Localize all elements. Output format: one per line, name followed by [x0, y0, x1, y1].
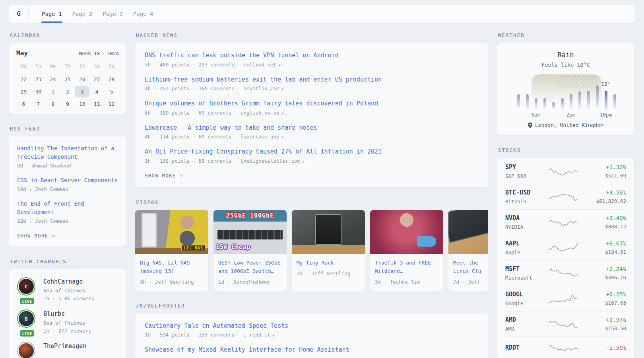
- weather-location: London, United Kingdom: [505, 122, 626, 128]
- avatar-image: B: [19, 311, 34, 326]
- stock-name: Apple: [505, 249, 545, 255]
- feed-item-title[interactable]: Unique volumes of Brothers Grimm fairy t…: [145, 99, 479, 108]
- stock-row[interactable]: NVDANVIDIA+3.49%$888.12: [505, 209, 626, 235]
- stock-info: BTC-USDBitcoin: [505, 189, 545, 204]
- feed-item-title[interactable]: Cautionary Tale on Automated Speed Tests: [145, 321, 479, 331]
- video-title[interactable]: BEST Low Power 25GbE and 100GbE Switch…: [213, 254, 287, 275]
- feed-item-title[interactable]: CSS in React Server Components: [17, 176, 118, 185]
- stock-price: $150.50: [582, 325, 626, 331]
- stock-row[interactable]: BTC-USDBitcoin+4.56%$61,820.02: [505, 184, 626, 209]
- stock-row[interactable]: AAPLApple+6.63%$184.51: [505, 235, 626, 260]
- feed-item-title[interactable]: Showcase of my Mixed Reality Interface f…: [145, 345, 479, 354]
- twitch-avatar-wrap: CLIVE: [17, 277, 37, 302]
- tab-page-2[interactable]: Page 2: [67, 5, 98, 23]
- stock-row[interactable]: SPYS&P 500+1.32%$511.69: [505, 159, 626, 184]
- video-thumbnail[interactable]: 25GbE 100GbE15W Cheap: [213, 210, 287, 254]
- feed-item-title[interactable]: DNS traffic can leak outside the VPN tun…: [145, 51, 479, 60]
- avatar[interactable]: [17, 342, 35, 358]
- stock-values: +2.24%$406.76: [582, 266, 626, 280]
- stock-info: NVDANVIDIA: [505, 214, 545, 230]
- stock-price: $888.12: [582, 224, 626, 230]
- tab-page-4[interactable]: Page 4: [128, 5, 159, 23]
- tab-page-3[interactable]: Page 3: [97, 5, 128, 23]
- video-card: Traefik 3 and FREE Wildcard…3d · Techno …: [370, 210, 443, 291]
- video-thumbnail[interactable]: [370, 210, 443, 254]
- stock-change: +3.49%: [582, 215, 626, 221]
- rss-show-more-button[interactable]: SHOW MORE: [17, 232, 55, 242]
- weather-x-label: 6am: [526, 112, 545, 118]
- feed-item: The End of Front-End Development22d · Jo…: [17, 200, 118, 224]
- stock-row[interactable]: RDDT-1.59%: [505, 337, 626, 358]
- video-title[interactable]: Meet the Linux Clu: [448, 254, 488, 275]
- feed-item-title[interactable]: Handling The Indentation of a Treeview C…: [17, 144, 118, 161]
- section-title-hacker-news: HACKER NEWS: [136, 32, 488, 38]
- separator-dot: ·: [235, 86, 244, 91]
- feed-item-title[interactable]: Lowercase – A simple way to take and sha…: [145, 123, 479, 132]
- twitch-channel-name[interactable]: CohhCarnage: [43, 278, 94, 285]
- twitch-channel-row[interactable]: BLIVEBlurbsSea of Thieves1h · 277 viewer…: [17, 309, 118, 334]
- twitch-channel-game: Sea of Thieves: [43, 320, 91, 326]
- feed-item-title[interactable]: Lithium-free sodium batteries exit the l…: [145, 75, 479, 84]
- stock-row[interactable]: MSFTMicrosoft+2.24%$406.76: [505, 260, 626, 286]
- avatar[interactable]: C: [17, 277, 35, 296]
- video-meta: 3h · Jeff Geerling: [135, 275, 208, 291]
- calendar-day: 10: [75, 98, 89, 110]
- stocks-section: STOCKS SPYS&P 500+1.32%$511.69BTC-USDBit…: [497, 147, 634, 358]
- hacker-news-widget: DNS traffic can leak outside the VPN tun…: [135, 43, 488, 187]
- separator-dot: ·: [231, 110, 241, 116]
- stock-values: +4.56%$61,820.02: [582, 189, 626, 204]
- twitch-channel-row[interactable]: CLIVECohhCarnageSea of Thieves1h · 5.8k …: [17, 277, 118, 302]
- twitch-channel-name[interactable]: Blurbs: [43, 310, 91, 317]
- twitch-channel-name[interactable]: ThePrimeagen: [43, 342, 86, 350]
- videos-section: VIDEOS LIL NASBig NAS, Lil NAS (moving 1…: [135, 199, 488, 291]
- stock-info: RDDT: [505, 344, 545, 351]
- hn-show-more-button[interactable]: SHOW MORE: [145, 172, 183, 182]
- video-meta: 7d · Jeff: [448, 275, 488, 291]
- twitch-channel-info: CohhCarnageSea of Thieves1h · 5.8k viewe…: [43, 277, 94, 302]
- stock-row[interactable]: GOOGLGoogle+0.25%$167.03: [505, 286, 626, 311]
- stock-sparkline: [545, 267, 582, 279]
- avatar[interactable]: B: [17, 309, 35, 328]
- video-thumbnail[interactable]: [292, 210, 365, 254]
- calendar-week-year: Week 18·2024: [79, 51, 119, 56]
- video-thumbnail[interactable]: LIL NAS: [135, 210, 208, 254]
- calendar-day-selected: 3: [75, 86, 89, 97]
- app-logo[interactable]: G: [9, 5, 29, 23]
- video-thumbnail[interactable]: FAS: [448, 210, 488, 254]
- stock-name: Google: [505, 300, 545, 306]
- feed-item-title[interactable]: The End of Front-End Development: [17, 200, 118, 216]
- stock-row[interactable]: AMDAMD+2.97%$150.50: [505, 311, 626, 337]
- calendar-day: 26: [75, 74, 89, 85]
- feed-item-info: 18d · Josh Comeau: [17, 186, 68, 192]
- weather-bar: [587, 91, 590, 109]
- video-title[interactable]: My Tiny Rack: [292, 254, 365, 267]
- stock-sparkline: [545, 165, 582, 177]
- stock-name: NVIDIA: [505, 224, 545, 230]
- stock-sparkline: [545, 242, 582, 254]
- stock-change: +4.56%: [582, 189, 626, 196]
- stock-info: SPYS&P 500: [505, 163, 545, 179]
- thumbnail-text: LIL NAS: [181, 245, 206, 251]
- stock-ticker: RDDT: [505, 344, 545, 351]
- calendar-weekday: Su: [104, 61, 119, 73]
- external-link-icon: ↗: [272, 332, 275, 338]
- feed-item-title[interactable]: An Oil Price-Fixing Conspiracy Caused 27…: [145, 147, 479, 156]
- stock-name: Bitcoin: [505, 198, 545, 204]
- current-temperature-value: 12: [601, 81, 607, 87]
- weather-bar-current: [605, 91, 607, 109]
- separator-dot: ·: [235, 62, 244, 68]
- tab-page-1[interactable]: Page 1: [37, 5, 67, 23]
- feed-item: DNS traffic can leak outside the VPN tun…: [145, 51, 479, 68]
- stock-info: MSFTMicrosoft: [505, 265, 545, 281]
- feed-item: Unique volumes of Brothers Grimm fairy t…: [145, 99, 479, 116]
- stock-sparkline: [545, 342, 582, 354]
- video-title[interactable]: Traefik 3 and FREE Wildcard…: [370, 254, 443, 275]
- video-title[interactable]: Big NAS, Lil NAS (moving 13): [135, 254, 208, 275]
- feed-item-meta: 4h · 253 points · 160 comments · newatla…: [145, 86, 479, 91]
- twitch-channel-row[interactable]: ThePrimeagen: [17, 342, 118, 358]
- weather-bar: [570, 94, 572, 109]
- stock-sparkline: [545, 293, 582, 305]
- calendar-weekday: We: [46, 61, 60, 73]
- stock-price: $406.76: [582, 274, 626, 280]
- videos-row: LIL NASBig NAS, Lil NAS (moving 13)3h · …: [135, 210, 488, 291]
